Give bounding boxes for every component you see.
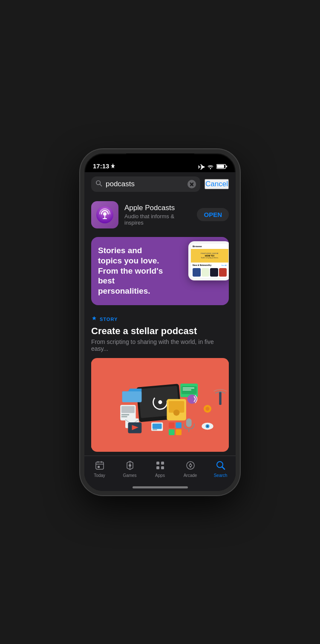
tab-bar: Today Games <box>84 456 236 491</box>
svg-rect-31 <box>153 423 162 429</box>
promo-phone-side: Browse FEATURED SHOW HOW TO! Tackle ever… <box>173 237 229 305</box>
arcade-tab-icon <box>185 460 196 471</box>
airplane-icon <box>198 164 205 170</box>
svg-rect-21 <box>183 389 191 390</box>
mockup-section: New & Noteworthy See All <box>191 263 228 278</box>
promo-banner[interactable]: Stories and topics you love. From the wo… <box>91 237 229 305</box>
mockup-featured-sub: Tackle everyday problems. <box>201 257 219 259</box>
mockup-featured: FEATURED SHOW HOW TO! Tackle everyday pr… <box>191 249 228 263</box>
mockup-item-1 <box>193 268 201 277</box>
svg-rect-55 <box>156 466 159 469</box>
app-name: Apple Podcasts <box>124 204 191 212</box>
mockup-section-title: New & Noteworthy <box>193 264 211 266</box>
svg-rect-37 <box>176 422 182 428</box>
svg-rect-53 <box>156 462 159 465</box>
svg-point-6 <box>103 212 107 216</box>
today-tab-label: Today <box>94 473 105 478</box>
svg-point-58 <box>190 465 191 466</box>
mockup-row-items <box>193 268 227 277</box>
open-button[interactable]: OPEN <box>197 208 229 221</box>
svg-point-16 <box>173 409 180 416</box>
app-result-row: Apple Podcasts Audio that informs & insp… <box>84 196 236 234</box>
notch <box>126 153 194 166</box>
cancel-button[interactable]: Cancel <box>205 179 229 189</box>
svg-rect-38 <box>169 429 175 435</box>
svg-line-60 <box>222 467 225 469</box>
search-tab-icon <box>215 459 227 471</box>
location-icon <box>111 163 115 168</box>
search-tab-label: Search <box>214 473 228 478</box>
svg-rect-45 <box>96 462 104 469</box>
svg-rect-47 <box>98 461 98 463</box>
search-bar-area: podcasts Cancel <box>84 172 236 196</box>
today-tab-icon <box>95 460 105 471</box>
svg-rect-8 <box>103 218 107 219</box>
tab-item-arcade[interactable]: Arcade <box>175 459 205 478</box>
phone-frame: 17:13 <box>80 149 240 495</box>
svg-rect-24 <box>121 414 129 415</box>
status-icons <box>198 164 227 170</box>
apps-tab-icon <box>155 460 165 471</box>
search-icon <box>95 180 102 188</box>
arcade-tab-label: Arcade <box>184 473 197 478</box>
tab-item-apps[interactable]: Apps <box>145 459 175 478</box>
status-time: 17:13 <box>93 162 115 170</box>
mockup-item-4 <box>219 268 227 277</box>
search-input[interactable]: podcasts <box>106 180 184 188</box>
battery-icon <box>216 164 227 169</box>
phone-mockup-screen: Browse FEATURED SHOW HOW TO! Tackle ever… <box>191 244 228 278</box>
apps-icon <box>154 459 166 471</box>
app-subtitle: Audio that informs & inspires <box>124 213 191 226</box>
app-icon-podcasts <box>91 201 118 228</box>
tab-item-today[interactable]: Today <box>84 459 115 478</box>
mockup-item-3 <box>210 268 218 277</box>
games-tab-label: Games <box>123 473 136 478</box>
svg-rect-2 <box>217 165 224 168</box>
svg-line-4 <box>100 184 102 186</box>
app-store-logo <box>91 315 97 321</box>
games-tab-icon <box>125 460 135 471</box>
svg-rect-35 <box>219 391 221 405</box>
svg-rect-32 <box>153 429 157 430</box>
app-store-icon <box>91 315 97 323</box>
clear-button[interactable] <box>187 180 196 188</box>
svg-rect-36 <box>169 422 175 428</box>
story-title: Create a stellar podcast <box>91 326 229 337</box>
apps-tab-label: Apps <box>155 473 165 478</box>
svg-rect-17 <box>122 391 141 402</box>
promo-text-side: Stories and topics you love. From the wo… <box>91 237 173 305</box>
home-indicator <box>133 486 188 488</box>
tab-item-games[interactable]: Games <box>115 459 145 478</box>
games-icon <box>124 459 136 471</box>
svg-rect-43 <box>186 418 192 427</box>
svg-rect-49 <box>98 466 100 468</box>
search-input-wrapper[interactable]: podcasts <box>91 176 200 192</box>
svg-rect-48 <box>101 461 102 463</box>
tab-item-search[interactable]: Search <box>205 459 236 478</box>
story-image[interactable] <box>91 358 229 452</box>
svg-rect-25 <box>121 416 127 417</box>
svg-rect-39 <box>176 429 182 435</box>
svg-point-29 <box>205 407 209 410</box>
arcade-icon <box>185 459 196 471</box>
story-section: STORY Create a stellar podcast From scri… <box>84 309 236 452</box>
svg-rect-54 <box>161 462 164 465</box>
svg-rect-1 <box>226 165 228 167</box>
story-tag: STORY <box>100 317 118 322</box>
svg-rect-20 <box>183 387 194 389</box>
today-icon <box>94 459 106 471</box>
svg-rect-56 <box>161 466 164 469</box>
scroll-area[interactable]: Apple Podcasts Audio that informs & insp… <box>84 196 236 456</box>
wifi-icon <box>207 164 214 169</box>
podcasts-logo <box>96 206 113 223</box>
mockup-see-all: See All <box>222 264 227 266</box>
svg-point-13 <box>158 400 162 404</box>
screen-content: podcasts Cancel <box>84 172 236 491</box>
story-label: STORY <box>91 315 229 323</box>
promo-headline: Stories and topics you love. From the wo… <box>98 245 167 296</box>
mockup-item-2 <box>202 268 210 277</box>
mockup-header: Browse <box>191 244 228 249</box>
svg-point-50 <box>129 464 131 467</box>
app-info: Apple Podcasts Audio that informs & insp… <box>124 204 191 226</box>
svg-point-42 <box>207 425 208 427</box>
